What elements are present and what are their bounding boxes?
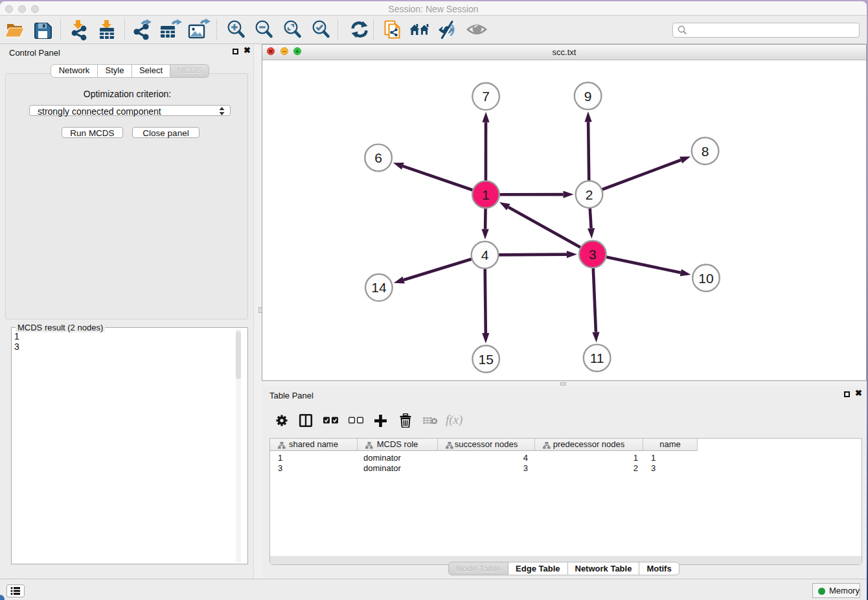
svg-text:6: 6 bbox=[374, 150, 382, 165]
svg-text:4: 4 bbox=[481, 248, 489, 262]
svg-text:7: 7 bbox=[482, 89, 490, 104]
svg-text:14: 14 bbox=[371, 280, 387, 295]
svg-text:10: 10 bbox=[698, 271, 713, 286]
svg-text:9: 9 bbox=[584, 89, 592, 104]
svg-text:1: 1 bbox=[482, 187, 490, 202]
svg-text:15: 15 bbox=[479, 352, 494, 367]
svg-text:3: 3 bbox=[589, 247, 597, 262]
svg-text:2: 2 bbox=[586, 187, 593, 202]
svg-text:8: 8 bbox=[702, 144, 709, 159]
svg-text:11: 11 bbox=[590, 351, 604, 365]
